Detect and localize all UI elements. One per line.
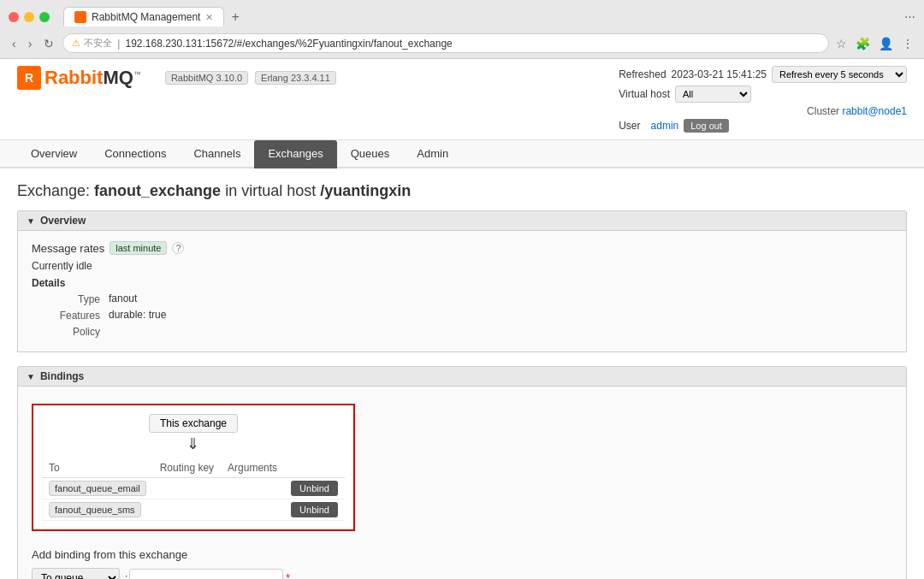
col-arguments: Arguments bbox=[221, 458, 284, 478]
to-queue-select[interactable]: To queue To exchange bbox=[32, 568, 120, 579]
overview-label: Overview bbox=[40, 215, 86, 227]
new-tab-button[interactable]: + bbox=[228, 9, 242, 25]
type-label: Type bbox=[32, 292, 100, 305]
logout-button[interactable]: Log out bbox=[684, 119, 729, 133]
vhost-label: Virtual host bbox=[619, 88, 670, 100]
security-warning-icon: ⚠ bbox=[72, 38, 80, 49]
queue-name-badge: fanout_queue_sms bbox=[49, 502, 141, 517]
page-title: Exchange: fanout_exchange in virtual hos… bbox=[17, 182, 907, 200]
last-minute-badge[interactable]: last minute bbox=[110, 241, 167, 255]
col-routing-key: Routing key bbox=[153, 458, 221, 478]
currently-idle: Currently idle bbox=[32, 260, 892, 272]
browser-tab[interactable]: RabbitMQ Management ✕ bbox=[63, 7, 224, 27]
binding-to-cell: fanout_queue_sms bbox=[42, 499, 153, 521]
help-icon[interactable]: ? bbox=[172, 242, 184, 254]
logo-mq: MQ bbox=[103, 67, 133, 88]
page-title-middle: in virtual host bbox=[225, 182, 316, 199]
header-right: Refreshed 2023-03-21 15:41:25 Refresh ev… bbox=[619, 66, 907, 133]
unbind-button[interactable]: Unbind bbox=[291, 481, 338, 496]
user-row: User admin Log out bbox=[619, 119, 907, 133]
add-binding-form: Add binding from this exchange To queue … bbox=[32, 548, 892, 579]
binding-to-cell: fanout_queue_email bbox=[42, 478, 153, 499]
vhost-row: Virtual host All /yuantingxin bbox=[619, 86, 907, 103]
rabbitmq-version-badge: RabbitMQ 3.10.0 bbox=[165, 71, 248, 85]
window-controls: ⋯ bbox=[904, 10, 915, 23]
queue-name-badge: fanout_queue_email bbox=[49, 481, 146, 496]
features-row: Features durable: true bbox=[32, 309, 892, 322]
app: R RabbitMQ™ RabbitMQ 3.10.0 Erlang 23.3.… bbox=[0, 59, 924, 579]
table-row: fanout_queue_sms Unbind bbox=[42, 499, 345, 521]
message-rates-label: Message rates bbox=[32, 242, 104, 255]
menu-icon[interactable]: ⋮ bbox=[900, 35, 915, 52]
bookmark-icon[interactable]: ☆ bbox=[834, 35, 849, 52]
nav-channels[interactable]: Channels bbox=[180, 140, 254, 168]
page-title-prefix: Exchange: bbox=[17, 182, 90, 199]
queue-name-input[interactable] bbox=[129, 569, 283, 579]
erlang-version-badge: Erlang 23.3.4.11 bbox=[255, 71, 336, 85]
page-content: Exchange: fanout_exchange in virtual hos… bbox=[0, 168, 924, 579]
bindings-triangle: ▼ bbox=[27, 372, 35, 381]
traffic-light-red[interactable] bbox=[9, 12, 19, 22]
logo-tm: ™ bbox=[133, 70, 141, 79]
binding-routing-key-cell bbox=[153, 499, 221, 521]
version-info: RabbitMQ 3.10.0 Erlang 23.3.4.11 bbox=[165, 71, 336, 85]
browser-titlebar: RabbitMQ Management ✕ + ⋯ bbox=[0, 0, 924, 30]
security-warning-text: 不安全 bbox=[84, 37, 112, 50]
type-row: Type fanout bbox=[32, 292, 892, 305]
forward-button[interactable]: › bbox=[25, 35, 36, 52]
header-left: R RabbitMQ™ RabbitMQ 3.10.0 Erlang 23.3.… bbox=[17, 66, 336, 90]
nav-admin[interactable]: Admin bbox=[403, 140, 462, 168]
this-exchange-button[interactable]: This exchange bbox=[149, 414, 238, 433]
address-bar[interactable]: ⚠ 不安全 | 192.168.230.131:15672/#/exchange… bbox=[62, 33, 829, 53]
browser-addressbar: ‹ › ↻ ⚠ 不安全 | 192.168.230.131:15672/#/ex… bbox=[0, 30, 924, 58]
vhost-select[interactable]: All /yuantingxin bbox=[675, 86, 751, 103]
nav-connections[interactable]: Connections bbox=[91, 140, 180, 168]
bindings-section: ▼ Bindings This exchange ⇓ To Routing ke… bbox=[17, 366, 907, 579]
tab-close-button[interactable]: ✕ bbox=[205, 12, 213, 23]
logo-icon: R bbox=[17, 66, 41, 90]
overview-section: ▼ Overview Message rates last minute ? C… bbox=[17, 210, 907, 352]
binding-actions-cell: Unbind bbox=[284, 499, 345, 521]
policy-label: Policy bbox=[32, 325, 100, 338]
overview-triangle: ▼ bbox=[27, 216, 35, 226]
table-row: fanout_queue_email Unbind bbox=[42, 478, 345, 499]
refreshed-time: 2023-03-21 15:41:25 bbox=[672, 68, 767, 80]
tab-favicon bbox=[74, 11, 86, 23]
back-button[interactable]: ‹ bbox=[9, 35, 20, 52]
overview-section-header[interactable]: ▼ Overview bbox=[17, 210, 907, 231]
nav-overview[interactable]: Overview bbox=[17, 140, 91, 168]
profile-icon[interactable]: 👤 bbox=[877, 35, 895, 52]
cluster-link[interactable]: rabbit@node1 bbox=[842, 105, 907, 117]
browser-chrome: RabbitMQ Management ✕ + ⋯ ‹ › ↻ ⚠ 不安全 | … bbox=[0, 0, 924, 59]
refresh-select[interactable]: Refresh every 5 seconds Refresh every 10… bbox=[772, 66, 907, 83]
traffic-light-yellow[interactable] bbox=[24, 12, 34, 22]
browser-actions: ☆ 🧩 👤 ⋮ bbox=[834, 35, 915, 52]
nav-bar: Overview Connections Channels Exchanges … bbox=[0, 140, 924, 168]
details-label: Details bbox=[32, 277, 892, 289]
user-label: User bbox=[619, 120, 640, 132]
traffic-light-green[interactable] bbox=[39, 12, 50, 22]
app-header: R RabbitMQ™ RabbitMQ 3.10.0 Erlang 23.3.… bbox=[0, 59, 924, 140]
extensions-icon[interactable]: 🧩 bbox=[854, 35, 872, 52]
overview-section-body: Message rates last minute ? Currently id… bbox=[17, 231, 907, 352]
exchange-name: fanout_exchange bbox=[94, 182, 221, 199]
logo-rabbit: Rabbit bbox=[44, 67, 103, 88]
cluster-label: Cluster bbox=[807, 105, 839, 117]
policy-row: Policy bbox=[32, 325, 892, 338]
vhost-name: /yuantingxin bbox=[320, 182, 411, 199]
reload-button[interactable]: ↻ bbox=[40, 35, 57, 52]
nav-exchanges[interactable]: Exchanges bbox=[254, 140, 336, 168]
type-value: fanout bbox=[109, 292, 137, 305]
nav-queues[interactable]: Queues bbox=[337, 140, 404, 168]
refresh-row: Refreshed 2023-03-21 15:41:25 Refresh ev… bbox=[619, 66, 907, 83]
cluster-row: Cluster rabbit@node1 bbox=[619, 105, 907, 117]
bindings-table: To Routing key Arguments fanout_queue_em… bbox=[42, 458, 345, 521]
logo: R RabbitMQ™ bbox=[17, 66, 141, 90]
tab-title: RabbitMQ Management bbox=[92, 11, 200, 23]
user-link[interactable]: admin bbox=[651, 120, 679, 132]
binding-actions-cell: Unbind bbox=[284, 478, 345, 499]
to-queue-row: To queue To exchange : * bbox=[32, 568, 892, 579]
bindings-label: Bindings bbox=[40, 370, 84, 382]
unbind-button[interactable]: Unbind bbox=[291, 502, 338, 517]
bindings-section-header[interactable]: ▼ Bindings bbox=[17, 366, 907, 387]
